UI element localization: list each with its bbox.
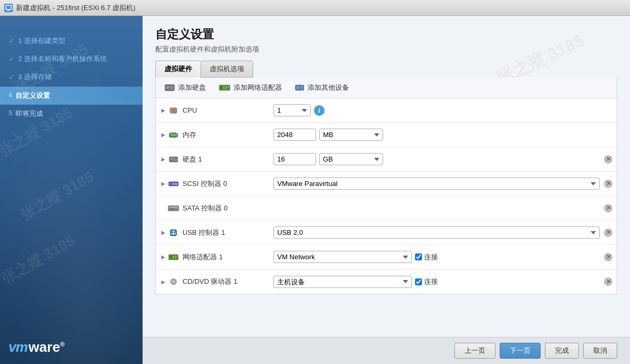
sidebar: 张之摐 3185 张之摐 3185 张之摐 3185 张之摐 3185 ✓ 1 …	[0, 16, 143, 364]
nic1-controls: VM Network 连接	[273, 251, 604, 263]
svg-rect-58	[177, 255, 178, 257]
svg-rect-29	[172, 132, 173, 134]
step3-check: ✓	[9, 73, 15, 81]
usb1-type-select[interactable]: USB 2.0 USB 3.0	[273, 226, 600, 239]
memory-unit-select[interactable]: MBGB	[319, 129, 383, 141]
sata0-delete[interactable]: ✕	[604, 204, 617, 213]
disk1-unit-select[interactable]: MBGBTB	[319, 153, 383, 165]
hw-row-cpu: ▶	[156, 98, 617, 123]
cddvd1-connect-checkbox[interactable]	[415, 278, 422, 285]
other-device-icon	[295, 84, 304, 91]
cpu-label: CPU	[180, 106, 273, 114]
disk1-size-input[interactable]	[273, 153, 316, 165]
disk1-icon-cell	[167, 155, 180, 164]
memory-input[interactable]	[273, 129, 316, 141]
step3-label: 选择存储	[24, 73, 52, 81]
scsi0-expand[interactable]: ▶	[156, 181, 167, 187]
cancel-button[interactable]: 取消	[583, 343, 617, 359]
logo-vm: vm	[9, 339, 28, 355]
cpu-count-select[interactable]: 1248	[273, 104, 311, 116]
svg-rect-30	[173, 132, 175, 134]
footer: 上一页 下一页 完成 取消	[143, 337, 630, 364]
svg-rect-56	[173, 256, 174, 258]
cddvd1-expand[interactable]: ▶	[156, 279, 167, 285]
disk1-delete[interactable]: ✕	[604, 155, 617, 164]
memory-controls: MBGB	[273, 129, 604, 141]
tab-hardware[interactable]: 虚拟硬件	[155, 61, 201, 78]
svg-rect-5	[166, 87, 170, 88]
scsi0-type-select[interactable]: VMware Paravirtual LSI Logic LSI Logic S…	[273, 177, 600, 190]
cpu-info-icon[interactable]: i	[314, 105, 325, 116]
memory-expand[interactable]: ▶	[156, 132, 167, 138]
memory-label: 内存	[180, 130, 273, 140]
svg-rect-6	[166, 88, 169, 89]
svg-rect-13	[296, 86, 299, 89]
page-subtitle: 配置虚拟机硬件和虚拟机附加选项	[155, 45, 617, 54]
svg-rect-32	[170, 136, 171, 138]
cddvd1-source-select[interactable]: 主机设备 数据存储 ISO 文件 客户端设备	[273, 276, 412, 288]
cddvd1-label: CD/DVD 驱动器 1	[180, 277, 273, 286]
svg-rect-18	[172, 109, 175, 112]
svg-rect-57	[175, 256, 176, 258]
usb1-delete[interactable]: ✕	[604, 228, 617, 237]
nic1-delete[interactable]: ✕	[604, 253, 617, 261]
memory-icon	[168, 131, 179, 139]
add-other-label: 添加其他设备	[308, 83, 349, 92]
scsi0-delete[interactable]: ✕	[604, 180, 617, 188]
logo-ware: ware®	[29, 339, 65, 355]
hw-row-memory: ▶	[156, 123, 617, 147]
cddvd1-icon-cell	[167, 277, 180, 286]
usb1-delete-icon: ✕	[604, 228, 612, 237]
usb1-controls: USB 2.0 USB 3.0	[273, 226, 604, 239]
svg-rect-11	[228, 86, 229, 88]
next-button[interactable]: 下一页	[500, 343, 541, 359]
add-nic-button[interactable]: 添加网络适配器	[217, 82, 284, 94]
svg-rect-43	[170, 159, 172, 160]
titlebar-text: 新建虚拟机 - 251first (ESXi 6.7 虚拟机)	[16, 3, 136, 13]
step2-check: ✓	[9, 55, 15, 63]
titlebar: 新建虚拟机 - 251first (ESXi 6.7 虚拟机)	[0, 0, 630, 16]
svg-rect-42	[170, 158, 173, 158]
scsi-icon: SCSI	[168, 180, 179, 188]
svg-rect-0	[6, 5, 11, 10]
disk1-expand[interactable]: ▶	[156, 156, 167, 162]
svg-rect-9	[223, 86, 225, 89]
nic1-expand[interactable]: ▶	[156, 254, 167, 260]
nic1-icon-cell	[167, 253, 180, 261]
usb1-expand[interactable]: ▶	[156, 230, 167, 235]
nic1-network-select[interactable]: VM Network	[273, 251, 412, 263]
nic1-connect-checkbox[interactable]	[415, 253, 422, 260]
sidebar-item-step2[interactable]: ✓ 2 选择名称和客户机操作系统	[0, 50, 143, 68]
step2-number: 2	[18, 55, 24, 63]
tab-options[interactable]: 虚拟机选项	[201, 61, 253, 78]
hardware-section: 添加硬盘 添加网络适配器	[143, 78, 630, 337]
add-hdd-label: 添加硬盘	[178, 83, 206, 92]
scsi0-delete-icon: ✕	[604, 180, 612, 188]
add-other-button[interactable]: 添加其他设备	[293, 82, 351, 94]
sata0-delete-icon: ✕	[604, 204, 612, 213]
svg-point-45	[169, 183, 171, 185]
sidebar-item-step5[interactable]: 5 即将完成	[0, 105, 143, 123]
prev-button[interactable]: 上一页	[454, 343, 495, 359]
sidebar-steps: ✓ 1 选择创建类型 ✓ 2 选择名称和客户机操作系统 ✓ 3 选择存储 4 自…	[0, 27, 143, 331]
finish-button[interactable]: 完成	[545, 343, 579, 359]
disk1-icon	[168, 155, 179, 164]
sidebar-item-step1[interactable]: ✓ 1 选择创建类型	[0, 32, 143, 50]
svg-point-61	[173, 281, 174, 282]
svg-rect-34	[173, 136, 175, 138]
add-device-row: 添加硬盘 添加网络适配器	[156, 78, 617, 98]
sidebar-item-step4[interactable]: 4 自定义设置	[0, 87, 143, 105]
vmware-logo: vm ware®	[9, 339, 65, 355]
content-area: 张之摐 3185 张之摐 3185 张之摐 3185 自定义设置 配置虚拟机硬件…	[143, 16, 630, 364]
hardware-panel: 添加硬盘 添加网络适配器	[155, 78, 617, 294]
add-hdd-button[interactable]: 添加硬盘	[162, 82, 208, 94]
svg-text:SATA: SATA	[169, 207, 175, 210]
disk1-controls: MBGBTB	[273, 153, 604, 165]
cddvd1-delete[interactable]: ✕	[604, 277, 617, 286]
nic1-icon	[168, 253, 179, 261]
cpu-expand[interactable]: ▶	[156, 107, 167, 113]
step3-number: 3	[18, 73, 24, 81]
svg-rect-38	[175, 134, 177, 136]
sidebar-item-step3[interactable]: ✓ 3 选择存储	[0, 68, 143, 86]
usb1-icon-cell	[167, 228, 180, 237]
